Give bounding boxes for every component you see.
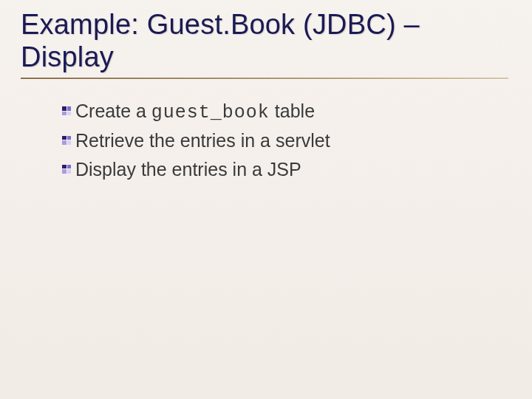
bullet-text: Retrieve the entries in a servlet	[75, 129, 330, 154]
bullet-pre: Display the entries in a JSP	[75, 159, 301, 180]
bullet-text: Display the entries in a JSP	[75, 158, 301, 183]
bullet-pre: Create a	[75, 100, 151, 121]
bullet-icon	[62, 165, 71, 174]
title-underline	[21, 78, 508, 79]
list-item: Display the entries in a JSP	[62, 158, 511, 183]
bullet-text: Create a guest_book table	[75, 100, 315, 124]
bullet-icon	[62, 136, 71, 145]
list-item: Create a guest_book table	[62, 100, 511, 124]
bullet-list: Create a guest_book table Retrieve the e…	[62, 100, 511, 183]
bullet-icon	[62, 106, 71, 115]
slide-title: Example: Guest.Book (JDBC) – Display	[21, 9, 511, 73]
bullet-code: guest_book	[151, 102, 270, 123]
bullet-post: table	[270, 100, 315, 121]
title-line-2: Display	[21, 41, 114, 72]
title-line-1: Example: Guest.Book (JDBC) –	[21, 9, 420, 40]
list-item: Retrieve the entries in a servlet	[62, 129, 511, 154]
slide: Example: Guest.Book (JDBC) – Display Cre…	[0, 0, 532, 399]
bullet-pre: Retrieve the entries in a servlet	[75, 130, 330, 151]
